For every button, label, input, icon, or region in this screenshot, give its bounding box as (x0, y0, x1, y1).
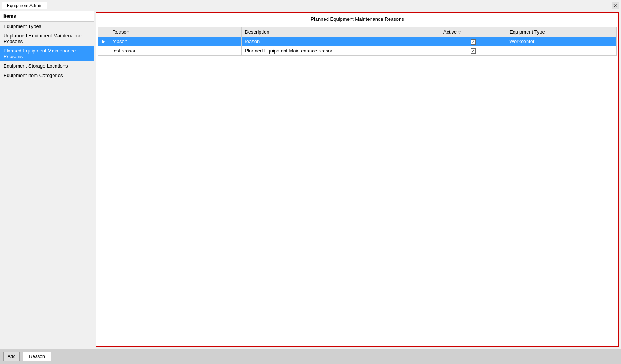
main-panel: Planned Equipment Maintenance Reasons Re… (96, 12, 619, 347)
sort-icon: ▽ (458, 30, 461, 34)
title-bar: Equipment Admin ✕ (0, 0, 621, 11)
table-body: ▶reasonreasonWorkcentertest reasonPlanne… (98, 37, 617, 56)
add-button[interactable]: Add (3, 352, 20, 361)
th-reason[interactable]: Reason (109, 27, 242, 37)
row-reason-0: reason (109, 37, 242, 46)
table-row[interactable]: test reasonPlanned Equipment Maintenance… (98, 46, 617, 56)
main-window: Equipment Admin ✕ Items Equipment TypesU… (0, 0, 621, 364)
th-description[interactable]: Description (242, 27, 440, 37)
th-active[interactable]: Active ▽ (440, 27, 506, 37)
footer: Add Reason (0, 349, 621, 364)
reason-button[interactable]: Reason (23, 352, 51, 361)
sidebar-item-0[interactable]: Equipment Types (0, 22, 94, 31)
data-table: Reason Description Active ▽ Equipment Ty… (98, 27, 617, 56)
th-equipment-type[interactable]: Equipment Type (506, 27, 617, 37)
sidebar-item-3[interactable]: Equipment Storage Locations (0, 61, 94, 71)
equipment-admin-tab[interactable]: Equipment Admin (2, 2, 47, 9)
sidebar-item-2[interactable]: Planned Equipment Maintenance Reasons (0, 46, 94, 61)
content-area: Items Equipment TypesUnplanned Equipment… (0, 11, 621, 349)
sidebar-item-4[interactable]: Equipment Item Categories (0, 71, 94, 80)
row-active-1[interactable] (440, 46, 506, 56)
row-arrow-1 (98, 46, 109, 56)
active-checkbox-1[interactable] (471, 48, 476, 54)
panel-title: Planned Equipment Maintenance Reasons (96, 13, 618, 25)
table-row[interactable]: ▶reasonreasonWorkcenter (98, 37, 617, 46)
row-reason-1: test reason (109, 46, 242, 56)
row-arrow-0: ▶ (98, 37, 109, 46)
row-equipment-type-1 (506, 46, 617, 56)
active-checkbox-0[interactable] (471, 39, 476, 45)
table-container[interactable]: Reason Description Active ▽ Equipment Ty… (96, 25, 618, 346)
row-equipment-type-0: Workcenter (506, 37, 617, 46)
th-indicator (98, 27, 109, 37)
close-button[interactable]: ✕ (612, 2, 619, 9)
sidebar: Items Equipment TypesUnplanned Equipment… (0, 11, 94, 349)
row-description-1: Planned Equipment Maintenance reason (242, 46, 440, 56)
row-description-0: reason (242, 37, 440, 46)
table-header-row: Reason Description Active ▽ Equipment Ty… (98, 27, 617, 37)
sidebar-items-list: Equipment TypesUnplanned Equipment Maint… (0, 22, 94, 80)
row-active-0[interactable] (440, 37, 506, 46)
sidebar-item-1[interactable]: Unplanned Equipment Maintenance Reasons (0, 31, 94, 46)
sidebar-header: Items (0, 11, 94, 22)
